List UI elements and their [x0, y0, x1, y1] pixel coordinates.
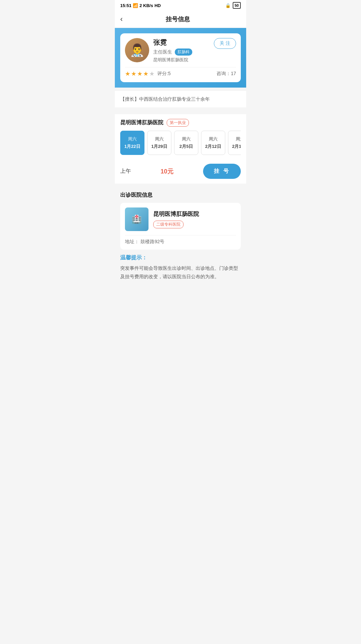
- star-5: ★: [149, 70, 155, 77]
- notice-text: 突发事件可能会导致医生出诊时间、出诊地点、门诊类型及挂号费用的改变，请以医院当日…: [120, 264, 241, 281]
- hospital-card-top: 🏥 昆明医博肛肠医院 二级专科医院: [125, 207, 236, 231]
- doctor-avatar: 👨‍⚕️: [125, 38, 149, 62]
- doctor-top-row: 👨‍⚕️ 张霓 主任医生 肛肠科 昆明医博肛肠医院 关 注: [125, 38, 236, 63]
- doctor-card-inner: 👨‍⚕️ 张霓 主任医生 肛肠科 昆明医博肛肠医院 关 注 ★ ★ ★ ★ ★: [120, 33, 241, 82]
- hospital-address: 地址： 鼓楼路92号: [125, 235, 236, 245]
- primary-badge: 第一执业: [167, 119, 189, 127]
- date-item-4[interactable]: 周六 2月19日: [228, 131, 241, 155]
- hospital-info-card: 🏥 昆明医博肛肠医院 二级专科医院 地址： 鼓楼路92号: [120, 203, 241, 250]
- doctor-bottom-row: ★ ★ ★ ★ ★ 评分:5 咨询：17: [125, 67, 236, 77]
- date-day-4: 周六: [236, 136, 241, 142]
- back-button[interactable]: ‹: [120, 15, 123, 24]
- specialty-card: 【擅长】中西医结合治疗肛肠专业三十余年: [115, 91, 246, 107]
- status-time: 15:51: [120, 3, 131, 8]
- hd-badge: HD: [155, 3, 161, 8]
- doctor-hospital: 昆明医博肛肠医院: [153, 57, 210, 63]
- department-badge: 肛肠科: [175, 49, 192, 56]
- page-title: 挂号信息: [128, 15, 227, 23]
- signal-icon: 📶: [133, 3, 138, 8]
- notice-section: 温馨提示： 突发事件可能会导致医生出诊时间、出诊地点、门诊类型及挂号费用的改变，…: [115, 254, 246, 291]
- register-button[interactable]: 挂 号: [203, 164, 241, 179]
- consult-count: 咨询：17: [217, 71, 236, 77]
- address-value: 鼓楼路92号: [140, 239, 165, 244]
- notice-title: 温馨提示：: [120, 254, 241, 261]
- status-bar: 15:51 📶 2 KB/s HD 🔒 50: [115, 0, 246, 11]
- star-1: ★: [125, 70, 130, 77]
- hospital-card-name: 昆明医博肛肠医院: [153, 210, 236, 218]
- doctor-name: 张霓: [153, 38, 210, 47]
- date-date-1: 1月29日: [151, 143, 167, 150]
- divider-1: [115, 107, 246, 111]
- date-scroll[interactable]: 周六 1月22日 周六 1月29日 周六 2月5日 周六 2月12日 周六 2月…: [120, 131, 241, 159]
- date-item-3[interactable]: 周六 2月12日: [201, 131, 225, 155]
- session-price: 10元: [161, 167, 173, 175]
- date-item-0[interactable]: 周六 1月22日: [120, 131, 144, 155]
- doctor-title: 主任医生: [153, 49, 172, 55]
- date-day-2: 周六: [182, 136, 191, 142]
- date-date-4: 2月19日: [232, 143, 241, 150]
- schedule-header: 昆明医博肛肠医院 第一执业: [120, 119, 241, 127]
- date-date-3: 2月12日: [205, 143, 221, 150]
- doctor-meta: 主任医生 肛肠科: [153, 49, 210, 56]
- doctor-card-wrapper: 👨‍⚕️ 张霓 主任医生 肛肠科 昆明医博肛肠医院 关 注 ★ ★ ★ ★ ★: [115, 28, 246, 88]
- date-item-2[interactable]: 周六 2月5日: [174, 131, 198, 155]
- lock-icon: 🔒: [225, 3, 231, 8]
- hospital-card-info: 昆明医博肛肠医院 二级专科医院: [153, 210, 236, 228]
- hospital-section: 出诊医院信息 🏥 昆明医博肛肠医院 二级专科医院 地址： 鼓楼路92号: [115, 187, 246, 254]
- hospital-thumbnail: 🏥: [125, 207, 149, 231]
- rating-text: 评分:5: [157, 71, 171, 77]
- speed-text: 2 KB/s: [139, 3, 153, 8]
- specialty-text: 【擅长】中西医结合治疗肛肠专业三十余年: [120, 96, 241, 103]
- star-3: ★: [137, 70, 142, 77]
- address-label: 地址：: [125, 239, 139, 244]
- session-label: 上午: [120, 168, 131, 175]
- star-2: ★: [131, 70, 136, 77]
- date-day-3: 周六: [209, 136, 218, 142]
- date-day-1: 周六: [155, 136, 164, 142]
- doctor-info: 张霓 主任医生 肛肠科 昆明医博肛肠医院: [153, 38, 210, 63]
- divider-2: [115, 184, 246, 187]
- avatar-image: 👨‍⚕️: [125, 38, 149, 62]
- date-date-0: 1月22日: [124, 143, 140, 150]
- date-item-1[interactable]: 周六 1月29日: [147, 131, 171, 155]
- hospital-level-badge: 二级专科医院: [153, 221, 184, 228]
- date-date-2: 2月5日: [179, 143, 193, 150]
- status-left: 15:51 📶 2 KB/s HD: [120, 3, 161, 8]
- rating-stars: ★ ★ ★ ★ ★: [125, 70, 155, 77]
- date-day-0: 周六: [128, 136, 137, 142]
- schedule-section: 昆明医博肛肠医院 第一执业 周六 1月22日 周六 1月29日 周六 2月5日 …: [115, 114, 246, 159]
- battery-indicator: 50: [233, 2, 241, 9]
- morning-session-row: 上午 10元 挂 号: [115, 159, 246, 184]
- hospital-section-title: 出诊医院信息: [120, 192, 241, 199]
- follow-button[interactable]: 关 注: [214, 38, 236, 49]
- schedule-hospital: 昆明医博肛肠医院: [120, 119, 163, 126]
- header: ‹ 挂号信息: [115, 11, 246, 28]
- hospital-thumb-icon: 🏥: [132, 215, 142, 224]
- status-right: 🔒 50: [225, 2, 241, 9]
- star-4: ★: [143, 70, 149, 77]
